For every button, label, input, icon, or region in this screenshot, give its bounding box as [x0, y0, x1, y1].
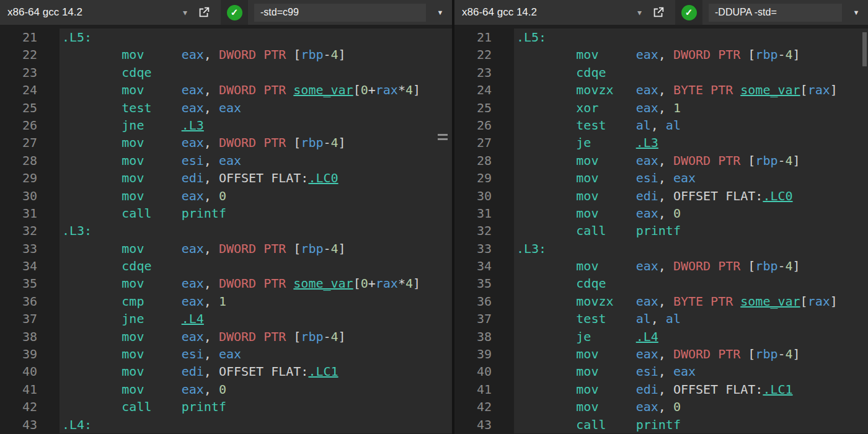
symbol-link[interactable]: some_var	[293, 82, 353, 97]
code-line[interactable]: mov eax, 0	[60, 381, 452, 398]
compile-status-button[interactable]: ✓	[221, 0, 248, 25]
token-reg: rbp	[301, 47, 323, 62]
asm-line: 32 call printf	[454, 222, 868, 239]
code-line[interactable]: mov esi, eax	[514, 169, 868, 187]
token-pln	[598, 399, 636, 414]
code-line[interactable]: movzx eax, BYTE PTR some_var[rax]	[514, 81, 868, 99]
token-mn: test	[576, 311, 606, 326]
code-line[interactable]: call printf	[514, 416, 868, 433]
code-line[interactable]: cdqe	[60, 64, 452, 81]
line-number: 37	[0, 310, 60, 327]
code-line[interactable]: mov eax, 0	[514, 398, 868, 415]
token-num: 1	[219, 294, 226, 309]
symbol-link[interactable]: some_var	[740, 82, 800, 97]
code-line[interactable]: mov eax, DWORD PTR [rbp-4]	[60, 134, 452, 151]
token-pln: ,	[204, 294, 219, 309]
code-line[interactable]: call printf	[60, 205, 452, 222]
line-number: 33	[0, 240, 60, 257]
token-pln	[152, 206, 182, 221]
token-pln: -	[323, 135, 330, 150]
code-line[interactable]: mov eax, DWORD PTR [rbp-4]	[514, 152, 868, 169]
token-reg: eax	[182, 382, 204, 397]
compiler-select[interactable]: x86-64 gcc 14.2 ▾	[462, 6, 642, 19]
code-line[interactable]: mov eax, DWORD PTR [rbp-4]	[514, 345, 868, 363]
token-reg: eax	[636, 259, 658, 273]
code-line[interactable]: mov edi, OFFSET FLAT:.LC1	[514, 381, 868, 398]
code-line[interactable]: .L3:	[60, 222, 452, 239]
code-line[interactable]: .L3:	[514, 240, 868, 257]
code-line[interactable]: mov eax, DWORD PTR [rbp-4]	[514, 257, 868, 275]
options-dropdown-button[interactable]: ▼	[848, 9, 864, 16]
symbol-link[interactable]: .LC1	[763, 382, 792, 397]
code-line[interactable]: mov edi, OFFSET FLAT:.LC0	[514, 187, 868, 205]
token-pln	[144, 311, 181, 326]
code-line[interactable]: mov eax, DWORD PTR some_var[0+rax*4]	[60, 81, 452, 99]
symbol-link[interactable]: .LC0	[763, 188, 792, 203]
code-line[interactable]: cmp eax, 1	[60, 293, 452, 310]
code-line[interactable]: mov eax, 0	[60, 187, 452, 205]
code-line[interactable]: test al, al	[514, 117, 868, 134]
code-line[interactable]: mov eax, DWORD PTR [rbp-4]	[60, 240, 452, 257]
code-line[interactable]: test al, al	[514, 310, 868, 327]
token-reg: eax	[182, 329, 204, 344]
code-line[interactable]: mov edi, OFFSET FLAT:.LC0	[60, 169, 452, 187]
symbol-link[interactable]: .LC1	[308, 364, 338, 379]
token-pln	[516, 206, 576, 221]
code-line[interactable]: mov eax, DWORD PTR [rbp-4]	[60, 328, 452, 345]
code-line[interactable]: .L5:	[514, 29, 868, 46]
token-pln	[144, 153, 181, 168]
token-mn: mov	[576, 347, 598, 361]
open-in-new-button[interactable]	[648, 2, 669, 22]
token-mn: printf	[182, 399, 226, 414]
open-in-new-button[interactable]	[193, 2, 215, 22]
code-line[interactable]: je .L4	[514, 328, 868, 345]
symbol-link[interactable]: some_var	[740, 294, 800, 309]
symbol-link[interactable]: .L3	[182, 118, 204, 133]
code-line[interactable]: mov eax, DWORD PTR [rbp-4]	[514, 46, 868, 63]
symbol-link[interactable]: some_var	[293, 276, 353, 291]
code-line[interactable]: .L5:	[60, 29, 452, 46]
token-pln	[144, 329, 181, 344]
code-line[interactable]: jne .L4	[60, 310, 452, 327]
compiler-options-input[interactable]	[709, 4, 842, 22]
token-pln: [	[353, 82, 361, 97]
code-line[interactable]: .L4:	[60, 416, 452, 433]
symbol-link[interactable]: .L4	[182, 311, 204, 326]
code-line[interactable]: mov esi, eax	[514, 363, 868, 380]
code-line[interactable]: cdqe	[60, 257, 452, 275]
asm-editor[interactable]: 21.L5:22 mov eax, DWORD PTR [rbp-4]23 cd…	[0, 25, 452, 434]
symbol-link[interactable]: .L3	[636, 135, 658, 150]
code-line[interactable]: test eax, eax	[60, 99, 452, 117]
scrollbar-thumb[interactable]	[862, 32, 867, 66]
options-dropdown-button[interactable]: ▼	[432, 9, 448, 16]
code-line[interactable]: cdqe	[514, 64, 868, 81]
token-reg: eax	[636, 294, 658, 309]
compiler-options-input[interactable]	[254, 4, 426, 22]
open-in-new-icon	[197, 6, 211, 19]
code-line[interactable]: jne .L3	[60, 117, 452, 134]
symbol-link[interactable]: .LC0	[308, 170, 338, 185]
token-pln	[144, 347, 181, 361]
token-reg: eax	[219, 100, 241, 115]
compiler-select[interactable]: x86-64 gcc 14.2 ▾	[7, 6, 187, 19]
code-line[interactable]: mov eax, DWORD PTR [rbp-4]	[60, 46, 452, 63]
code-line[interactable]: cdqe	[514, 275, 868, 292]
token-reg: rbp	[301, 241, 323, 256]
code-line[interactable]: mov edi, OFFSET FLAT:.LC1	[60, 363, 452, 380]
code-line[interactable]: mov esi, eax	[60, 345, 452, 363]
code-line[interactable]: call printf	[60, 398, 452, 415]
asm-editor[interactable]: 21.L5:22 mov eax, DWORD PTR [rbp-4]23 cd…	[454, 25, 868, 434]
token-pln: [	[800, 294, 808, 309]
code-line[interactable]: movzx eax, BYTE PTR some_var[rax]	[514, 293, 868, 310]
code-line[interactable]: je .L3	[514, 134, 868, 151]
symbol-link[interactable]: .L4	[636, 329, 658, 344]
code-line[interactable]: xor eax, 1	[514, 99, 868, 117]
code-line[interactable]: mov esi, eax	[60, 152, 452, 169]
code-line[interactable]: call printf	[514, 222, 868, 239]
code-line[interactable]: mov eax, DWORD PTR some_var[0+rax*4]	[60, 275, 452, 292]
compile-status-button[interactable]: ✓	[675, 0, 702, 25]
token-reg: rbp	[301, 135, 323, 150]
token-mn: mov	[122, 382, 144, 397]
line-number: 31	[454, 205, 514, 222]
code-line[interactable]: mov eax, 0	[514, 205, 868, 222]
